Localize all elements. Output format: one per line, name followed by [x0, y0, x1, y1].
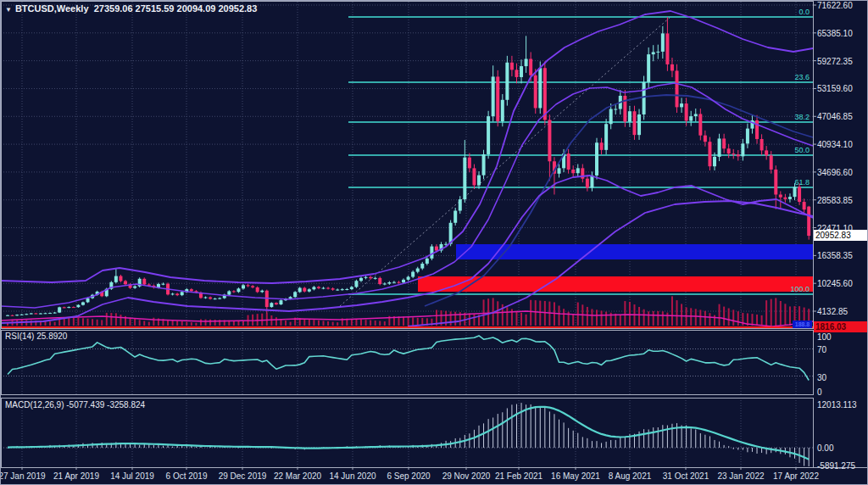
volume-bar: [676, 300, 678, 326]
time-axis-label: 14 Jun 2020: [329, 471, 376, 481]
macd-scale-label: 12013.113: [817, 400, 857, 410]
volume-bar: [497, 301, 498, 326]
rsi-scale-label: 30: [817, 373, 826, 382]
volume-bar: [624, 301, 626, 326]
volume-bar: [309, 320, 310, 326]
volume-bar: [115, 313, 117, 326]
volume-bar: [643, 309, 645, 326]
trading-chart-window[interactable]: ▼BTCUSD,Weekly 27359.06 27515.59 20094.0…: [0, 0, 868, 485]
volume-bar: [709, 313, 710, 326]
volume-bar: [332, 322, 334, 326]
alert-price-badge: 1816.03: [814, 321, 868, 332]
volume-bar: [699, 309, 701, 326]
time-axis-label: 8 Aug 2021: [609, 471, 652, 481]
volume-bar: [101, 320, 103, 326]
volume-bar: [780, 301, 782, 326]
price-axis-label: 65385.10: [817, 28, 853, 37]
rsi-indicator-label: RSI(14) 25.8920: [5, 332, 67, 341]
volume-bar: [719, 304, 721, 326]
volume-bar: [526, 315, 527, 326]
price-axis-label: 16358.35: [817, 251, 853, 260]
time-axis-label: 21 Feb 2021: [495, 471, 542, 481]
volume-bar: [771, 299, 772, 326]
volume-bar: [506, 307, 508, 326]
volume-bar: [591, 309, 593, 326]
volume-bar: [143, 321, 145, 326]
rsi-scale-label: 100: [817, 332, 832, 342]
volume-bar: [195, 323, 197, 326]
volume-bar: [270, 315, 272, 326]
chart-background: [1, 1, 868, 485]
time-axis-label: 6 Sep 2020: [387, 471, 430, 481]
volume-bar: [327, 321, 329, 326]
volume-bar: [303, 319, 305, 326]
symbol-dropdown-icon[interactable]: ▼: [5, 6, 12, 14]
fibonacci-level-label: 23.6: [776, 73, 810, 81]
volume-bar: [577, 303, 579, 326]
volume-bar: [559, 305, 560, 326]
volume-bar: [209, 320, 211, 326]
price-axis-label: 71622.60: [817, 1, 853, 10]
volume-bar: [535, 300, 537, 326]
volume-bar: [638, 307, 640, 326]
volume-bar: [77, 318, 79, 326]
chart-title: ▼BTCUSD,Weekly 27359.06 27515.59 20094.0…: [5, 3, 257, 14]
fibonacci-level-label: 100.0: [776, 285, 810, 293]
volume-bar: [54, 322, 56, 326]
symbol-period-label: BTCUSD,Weekly: [15, 3, 89, 14]
volume-bar: [648, 311, 649, 326]
current-price-badge: 20952.83: [814, 230, 868, 241]
volume-bar: [323, 321, 325, 326]
volume-bar: [723, 307, 725, 326]
support-zone-red: [418, 276, 813, 292]
volume-bar: [761, 315, 763, 326]
volume-bar: [200, 319, 202, 326]
ohlc-values: 27359.06 27515.59 20094.09 20952.83: [94, 3, 258, 14]
time-axis-label: 16 May 2021: [551, 471, 600, 481]
volume-bar: [106, 313, 108, 326]
price-axis-label: 40934.10: [817, 140, 853, 149]
volume-bar: [515, 311, 517, 326]
volume-bar: [186, 322, 187, 326]
volume-bar: [176, 321, 178, 326]
volume-bar: [355, 319, 357, 326]
volume-bar: [139, 320, 141, 326]
volume-bar: [596, 309, 598, 326]
time-axis-label: 27 Jan 2019: [0, 471, 46, 481]
time-axis-label: 29 Dec 2019: [219, 471, 267, 481]
price-axis-label: 4132.85: [817, 307, 848, 316]
volume-bar: [530, 300, 531, 326]
volume-bar: [31, 321, 32, 326]
time-axis-label: 6 Oct 2019: [166, 471, 208, 481]
volume-bar: [657, 311, 659, 326]
price-axis-label: 34696.60: [817, 167, 853, 176]
volume-bar: [681, 304, 682, 326]
volume-bar: [784, 304, 786, 326]
rsi-scale-label: 70: [817, 345, 826, 354]
time-axis-label: 29 Nov 2020: [442, 471, 491, 481]
macd-scale-label: 0.00: [817, 443, 833, 453]
time-axis-label: 14 Jul 2019: [110, 471, 154, 481]
price-axis-label: 10245.60: [817, 279, 853, 288]
volume-bar: [191, 322, 192, 326]
volume-bar: [520, 313, 522, 326]
volume-value-badge: 188.8: [793, 321, 812, 328]
volume-bar: [417, 318, 419, 326]
volume-bar: [454, 312, 456, 326]
chart-canvas[interactable]: [1, 1, 868, 485]
volume-bar: [563, 309, 565, 326]
volume-bar: [360, 320, 362, 326]
volume-bar: [450, 311, 452, 326]
volume-bar: [483, 299, 485, 326]
volume-bar: [473, 314, 475, 326]
time-axis-label: 22 Mar 2020: [274, 471, 321, 481]
volume-bar: [181, 321, 183, 326]
macd-scale-label: -5891.275: [817, 461, 855, 471]
volume-bar: [714, 315, 715, 326]
volume-bar: [92, 319, 93, 326]
volume-bar: [539, 301, 541, 326]
fibonacci-level-label: 50.0: [776, 146, 810, 154]
volume-bar: [172, 321, 174, 326]
volume-bar: [134, 319, 136, 326]
volume-bar: [148, 322, 150, 326]
